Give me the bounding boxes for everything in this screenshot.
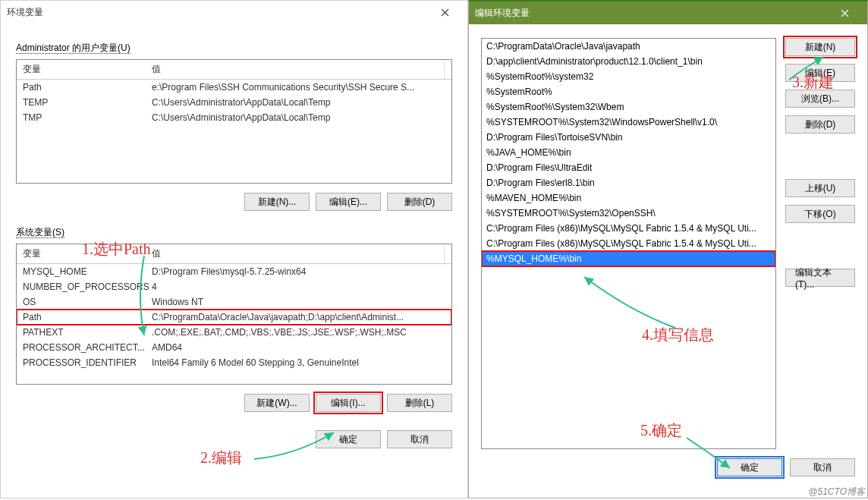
col-var: 变量 [17, 60, 146, 79]
side-buttons: 新建(N) 编辑(E) 浏览(B)... 删除(D) 上移(U) 下移(O) 编… [785, 38, 855, 449]
path-list[interactable]: C:\ProgramData\Oracle\Java\javapathD:\ap… [481, 38, 776, 449]
table-row[interactable]: NUMBER_OF_PROCESSORS4 [17, 279, 451, 294]
user-new-button[interactable]: 新建(N)... [244, 193, 310, 211]
sys-vars-table[interactable]: 变量 值 MYSQL_HOMED:\Program Files\mysql-5.… [16, 244, 452, 385]
list-item[interactable]: %SYSTEMROOT%\System32\OpenSSH\ [482, 206, 775, 221]
col-var: 变量 [17, 244, 146, 263]
edit-text-button[interactable]: 编辑文本(T)... [785, 269, 855, 287]
var-name: Path [23, 82, 152, 93]
col-val: 值 [146, 60, 444, 79]
var-value: 4 [152, 281, 445, 292]
list-item[interactable]: C:\Program Files (x86)\MySQL\MySQL Fabri… [482, 221, 775, 236]
list-item[interactable]: D:\Program Files\erl8.1\bin [482, 175, 775, 190]
table-row[interactable]: TMPC:\Users\Administrator\AppData\Local\… [17, 110, 451, 125]
close-icon[interactable] [828, 2, 861, 24]
edit-env-content: C:\ProgramData\Oracle\Java\javapathD:\ap… [469, 24, 867, 449]
var-value: Intel64 Family 6 Model 60 Stepping 3, Ge… [152, 357, 445, 368]
env-vars-titlebar: 环境变量 [1, 1, 467, 24]
list-item[interactable]: %SystemRoot%\System32\Wbem [482, 99, 775, 115]
var-name: TMP [23, 112, 152, 123]
var-name: PATHEXT [23, 327, 152, 338]
list-item[interactable]: %MAVEN_HOME%\bin [482, 190, 775, 206]
user-vars-label: Administrator 的用户变量(U) [16, 42, 452, 55]
var-value: C:\Users\Administrator\AppData\Local\Tem… [152, 97, 445, 108]
cancel-button[interactable]: 取消 [387, 430, 452, 448]
table-header: 变量 值 [17, 244, 451, 264]
list-item[interactable]: D:\app\client\Administrator\product\12.1… [482, 54, 775, 69]
var-name: NUMBER_OF_PROCESSORS [23, 281, 152, 292]
var-value: C:\Users\Administrator\AppData\Local\Tem… [152, 112, 445, 123]
list-item[interactable]: C:\ProgramData\Oracle\Java\javapath [482, 39, 775, 54]
edit-button[interactable]: 编辑(E) [785, 64, 855, 82]
cancel-button[interactable]: 取消 [790, 458, 855, 476]
sys-edit-button[interactable]: 编辑(I)... [316, 394, 381, 412]
list-item[interactable]: %SYSTEMROOT%\System32\WindowsPowerShell\… [482, 115, 775, 130]
sys-vars-label: 系统变量(S) [16, 226, 452, 239]
list-item[interactable]: C:\Program Files (x86)\MySQL\MySQL Fabri… [482, 236, 775, 251]
table-row[interactable]: Pathe:\Program Files\SSH Communications … [17, 80, 451, 95]
var-value: AMD64 [152, 342, 445, 353]
var-name: Path [23, 312, 152, 322]
env-vars-title: 环境变量 [7, 6, 428, 19]
list-item[interactable]: %MYSQL_HOME%\bin [482, 251, 775, 266]
table-row[interactable]: OSWindows NT [17, 294, 451, 310]
user-delete-button[interactable]: 删除(D) [387, 193, 452, 211]
var-value: C:\ProgramData\Oracle\Java\javapath;D:\a… [152, 312, 445, 322]
var-value: e:\Program Files\SSH Communications Secu… [152, 82, 445, 93]
table-row[interactable]: TEMPC:\Users\Administrator\AppData\Local… [17, 95, 451, 110]
var-name: MYSQL_HOME [23, 266, 152, 277]
edit-env-bottom-buttons: 确定 取消 [469, 449, 867, 486]
close-icon[interactable] [428, 1, 461, 24]
table-row[interactable]: PathC:\ProgramData\Oracle\Java\javapath;… [17, 310, 451, 325]
table-header: 变量 值 [17, 60, 451, 80]
list-item[interactable]: D:\Program Files\TortoiseSVN\bin [482, 130, 775, 145]
var-value: Windows NT [152, 297, 445, 307]
var-name: PROCESSOR_IDENTIFIER [23, 357, 152, 368]
sys-delete-button[interactable]: 删除(L) [387, 394, 452, 412]
list-item[interactable]: %SystemRoot% [482, 84, 775, 99]
dialog-bottom-buttons: 确定 取消 [16, 430, 452, 448]
var-name: TEMP [23, 97, 152, 108]
edit-env-title: 编辑环境变量 [475, 7, 828, 20]
list-item[interactable]: %JAVA_HOME%\bin [482, 145, 775, 160]
sys-new-button[interactable]: 新建(W)... [244, 394, 310, 412]
edit-env-window: 编辑环境变量 C:\ProgramData\Oracle\Java\javapa… [468, 0, 868, 498]
ok-button[interactable]: 确定 [717, 458, 782, 476]
user-edit-button[interactable]: 编辑(E)... [316, 193, 381, 211]
table-row[interactable]: PROCESSOR_IDENTIFIERIntel64 Family 6 Mod… [17, 355, 451, 370]
user-vars-table[interactable]: 变量 值 Pathe:\Program Files\SSH Communicat… [16, 59, 452, 184]
var-name: OS [23, 297, 152, 307]
sys-vars-buttons: 新建(W)... 编辑(I)... 删除(L) [16, 394, 452, 412]
env-vars-body: Administrator 的用户变量(U) 变量 值 Pathe:\Progr… [1, 24, 467, 448]
delete-button[interactable]: 删除(D) [785, 115, 855, 134]
var-value: D:\Program Files\mysql-5.7.25-winx64 [152, 266, 445, 277]
list-item[interactable]: D:\Program Files\UltraEdit [482, 160, 775, 175]
table-row[interactable]: PROCESSOR_ARCHITECT...AMD64 [17, 340, 451, 355]
user-vars-buttons: 新建(N)... 编辑(E)... 删除(D) [16, 193, 452, 211]
col-val: 值 [146, 244, 444, 263]
var-name: PROCESSOR_ARCHITECT... [23, 342, 152, 353]
watermark: @51CTO博客 [808, 486, 865, 498]
edit-env-titlebar: 编辑环境变量 [469, 2, 867, 24]
var-value: .COM;.EXE;.BAT;.CMD;.VBS;.VBE;.JS;.JSE;.… [152, 327, 445, 338]
move-down-button[interactable]: 下移(O) [785, 205, 855, 223]
new-button[interactable]: 新建(N) [785, 38, 855, 56]
list-item[interactable]: %SystemRoot%\system32 [482, 69, 775, 84]
table-row[interactable]: PATHEXT.COM;.EXE;.BAT;.CMD;.VBS;.VBE;.JS… [17, 325, 451, 340]
table-row[interactable]: MYSQL_HOMED:\Program Files\mysql-5.7.25-… [17, 264, 451, 279]
env-vars-window: 环境变量 Administrator 的用户变量(U) 变量 值 Pathe:\… [0, 0, 468, 498]
move-up-button[interactable]: 上移(U) [785, 179, 855, 197]
ok-button[interactable]: 确定 [316, 430, 381, 448]
browse-button[interactable]: 浏览(B)... [785, 90, 855, 108]
